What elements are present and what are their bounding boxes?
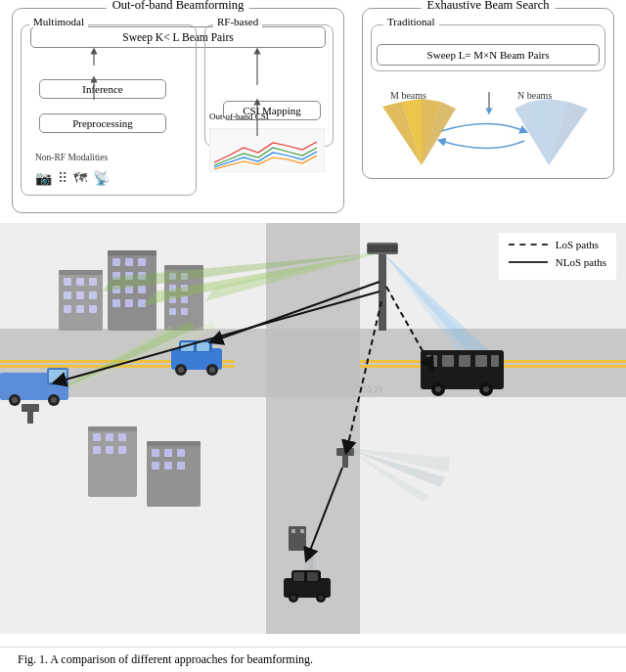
scene-svg: »» »»	[0, 223, 626, 634]
svg-rect-58	[93, 433, 101, 441]
svg-rect-42	[138, 286, 146, 293]
svg-rect-67	[164, 449, 172, 457]
svg-rect-41	[125, 286, 133, 293]
svg-line-113	[59, 291, 380, 381]
svg-rect-97	[459, 355, 470, 367]
svg-rect-29	[64, 305, 71, 313]
svg-rect-56	[88, 428, 137, 497]
svg-rect-35	[125, 258, 133, 266]
svg-rect-9	[266, 223, 360, 634]
svg-point-109	[316, 593, 326, 603]
svg-rect-98	[475, 355, 487, 367]
svg-rect-79	[171, 348, 222, 370]
oob-arrows-svg	[13, 9, 343, 212]
svg-rect-36	[138, 258, 146, 266]
svg-rect-27	[76, 291, 84, 299]
svg-rect-18	[379, 243, 386, 331]
svg-point-85	[178, 367, 184, 373]
svg-rect-99	[491, 355, 499, 367]
svg-line-115	[308, 468, 342, 556]
svg-point-101	[479, 382, 493, 396]
ebs-box: Exhaustive Beam Search Traditional Sweep…	[362, 8, 614, 179]
svg-rect-10	[0, 329, 626, 397]
caption-text: Fig. 1. A comparison of different approa…	[18, 652, 313, 666]
svg-rect-43	[112, 299, 120, 307]
svg-rect-74	[300, 529, 304, 533]
svg-rect-59	[106, 433, 113, 441]
svg-point-111	[319, 596, 324, 601]
svg-rect-46	[164, 267, 203, 331]
top-diagram-section: Out-of-band Beamforming Sweep K< L Beam …	[0, 0, 626, 225]
caption: Fig. 1. A comparison of different approa…	[0, 647, 626, 672]
svg-rect-11	[266, 329, 360, 397]
svg-rect-52	[169, 296, 176, 303]
svg-rect-25	[89, 278, 97, 286]
svg-rect-71	[177, 462, 185, 470]
legend-los-item: LoS paths	[509, 239, 606, 250]
svg-rect-50	[169, 285, 176, 291]
svg-rect-48	[169, 273, 176, 280]
svg-rect-28	[89, 291, 97, 299]
svg-rect-14	[360, 360, 626, 363]
svg-line-112	[215, 282, 380, 340]
svg-rect-31	[89, 305, 97, 313]
svg-rect-88	[47, 368, 68, 385]
svg-rect-53	[181, 296, 188, 303]
svg-rect-37	[112, 272, 120, 280]
svg-rect-63	[118, 446, 126, 454]
traditional-box: Traditional Sweep L= M×N Beam Pairs	[371, 24, 605, 71]
svg-rect-40	[112, 286, 120, 293]
legend-nlos-label: NLoS paths	[556, 256, 606, 268]
svg-rect-76	[22, 404, 39, 412]
svg-rect-44	[125, 299, 133, 307]
svg-rect-64	[147, 443, 201, 507]
svg-rect-87	[0, 373, 68, 400]
svg-rect-15	[360, 365, 626, 368]
svg-point-86	[209, 367, 215, 373]
svg-rect-26	[64, 291, 71, 299]
svg-rect-38	[125, 272, 133, 280]
svg-point-84	[206, 364, 218, 376]
svg-rect-72	[289, 526, 306, 551]
svg-point-90	[9, 394, 21, 406]
svg-rect-105	[291, 570, 321, 582]
svg-rect-82	[197, 342, 209, 351]
svg-point-92	[12, 397, 18, 403]
svg-rect-55	[181, 308, 188, 315]
svg-rect-65	[147, 441, 201, 446]
svg-rect-68	[177, 449, 185, 457]
svg-rect-47	[164, 265, 203, 270]
svg-point-103	[483, 386, 489, 392]
svg-rect-23	[64, 278, 71, 286]
svg-rect-77	[342, 448, 348, 468]
svg-rect-54	[169, 308, 176, 315]
main-container: Out-of-band Beamforming Sweep K< L Beam …	[0, 0, 626, 672]
svg-rect-13	[0, 365, 235, 368]
svg-rect-12	[0, 360, 235, 363]
legend-nlos-line	[509, 261, 548, 263]
sweep-l-box: Sweep L= M×N Beam Pairs	[377, 44, 600, 66]
svg-rect-78	[336, 448, 354, 456]
svg-rect-69	[152, 462, 159, 470]
svg-rect-49	[181, 273, 188, 280]
svg-rect-34	[112, 258, 120, 266]
svg-rect-95	[425, 355, 437, 367]
svg-rect-21	[59, 272, 103, 331]
svg-rect-81	[181, 342, 194, 351]
svg-rect-107	[307, 572, 318, 581]
svg-rect-104	[284, 578, 331, 598]
svg-rect-45	[138, 299, 146, 307]
svg-rect-24	[76, 278, 84, 286]
svg-rect-32	[108, 252, 156, 331]
svg-line-116	[386, 287, 430, 365]
svg-rect-94	[421, 350, 504, 389]
svg-rect-66	[152, 449, 159, 457]
svg-point-83	[175, 364, 187, 376]
svg-rect-22	[59, 270, 103, 275]
svg-rect-96	[442, 355, 454, 367]
beam-illustration-svg: M beams N beams	[363, 87, 615, 180]
svg-rect-8	[0, 223, 626, 634]
svg-text:»»: »»	[10, 377, 31, 398]
sweep-l-label: Sweep L= M×N Beam Pairs	[427, 49, 550, 61]
svg-point-91	[48, 394, 60, 406]
